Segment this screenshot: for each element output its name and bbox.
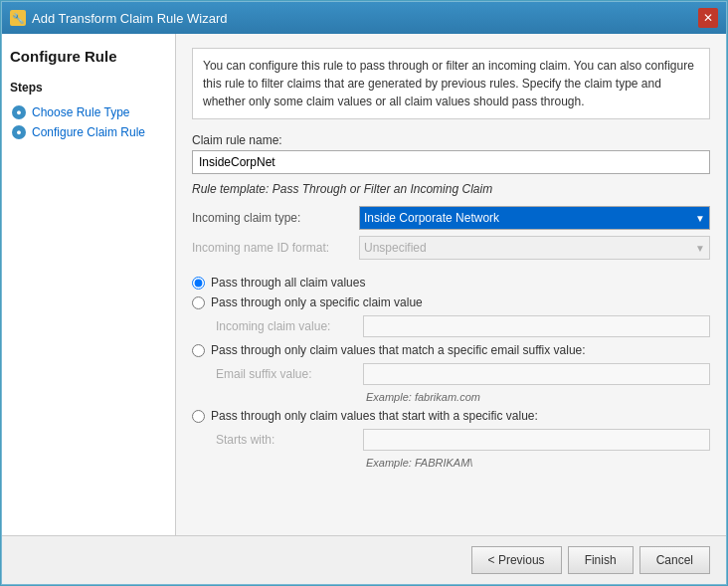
radio-group: Pass through all claim values Pass throu…	[192, 276, 710, 475]
incoming-claim-type-dropdown[interactable]: Inside Corporate Network ▼	[359, 206, 710, 230]
title-bar: 🔧 Add Transform Claim Rule Wizard ✕	[2, 2, 726, 34]
radio-item-pass-all: Pass through all claim values	[192, 276, 710, 290]
radio-pass-starts-with[interactable]	[192, 410, 205, 423]
radio-pass-specific-label: Pass through only a specific claim value	[211, 295, 423, 309]
cancel-button[interactable]: Cancel	[639, 546, 710, 574]
claim-rule-name-group: Claim rule name:	[192, 133, 710, 174]
incoming-name-id-format-value: Unspecified	[364, 241, 427, 255]
incoming-name-id-format-dropdown[interactable]: Unspecified ▼	[359, 236, 710, 260]
incoming-claim-value-label: Incoming claim value:	[216, 319, 355, 333]
finish-button[interactable]: Finish	[568, 546, 634, 574]
radio-item-pass-specific: Pass through only a specific claim value	[192, 295, 710, 309]
description-text: You can configure this rule to pass thro…	[203, 59, 694, 108]
step-dot-1: ●	[12, 105, 26, 119]
incoming-name-id-format-row: Incoming name ID format: Unspecified ▼	[192, 236, 710, 260]
sidebar-item-choose-rule-type[interactable]: ● Choose Rule Type	[10, 102, 167, 122]
radio-pass-specific[interactable]	[192, 296, 205, 309]
sidebar: Configure Rule Steps ● Choose Rule Type …	[2, 34, 176, 535]
incoming-claim-type-label: Incoming claim type:	[192, 211, 351, 225]
incoming-claim-value-field: Incoming claim value:	[216, 315, 710, 337]
main-panel: You can configure this rule to pass thro…	[176, 34, 726, 535]
step-dot-2: ●	[12, 125, 26, 139]
sidebar-item-configure-claim-rule[interactable]: ● Configure Claim Rule	[10, 122, 167, 142]
sidebar-item-label-1: Choose Rule Type	[32, 105, 130, 119]
main-window: 🔧 Add Transform Claim Rule Wizard ✕ Conf…	[1, 1, 727, 585]
content-area: Configure Rule Steps ● Choose Rule Type …	[2, 34, 726, 535]
email-suffix-input[interactable]	[363, 363, 710, 385]
sidebar-item-label-2: Configure Claim Rule	[32, 125, 145, 139]
radio-pass-email-suffix-label: Pass through only claim values that matc…	[211, 343, 586, 357]
radio-pass-email-suffix[interactable]	[192, 344, 205, 357]
description-box: You can configure this rule to pass thro…	[192, 48, 710, 119]
rule-template-text: Rule template: Pass Through or Filter an…	[192, 182, 710, 196]
footer: < Previous Finish Cancel	[2, 535, 726, 584]
email-suffix-label: Email suffix value:	[216, 367, 355, 381]
radio-pass-all[interactable]	[192, 277, 205, 290]
claim-rule-name-label: Claim rule name:	[192, 133, 710, 147]
radio-item-pass-starts-with: Pass through only claim values that star…	[192, 409, 710, 423]
radio-item-pass-email-suffix: Pass through only claim values that matc…	[192, 343, 710, 357]
incoming-claim-type-row: Incoming claim type: Inside Corporate Ne…	[192, 206, 710, 230]
starts-with-field: Starts with:	[216, 429, 710, 451]
starts-with-input[interactable]	[363, 429, 710, 451]
claim-rule-name-input[interactable]	[192, 150, 710, 174]
email-suffix-field: Email suffix value:	[216, 363, 710, 385]
incoming-claim-value-input[interactable]	[363, 315, 710, 337]
previous-button[interactable]: < Previous	[471, 546, 562, 574]
chevron-down-icon: ▼	[695, 213, 705, 224]
email-example-text: Example: fabrikam.com	[366, 391, 710, 403]
radio-pass-all-label: Pass through all claim values	[211, 276, 365, 290]
radio-pass-starts-with-label: Pass through only claim values that star…	[211, 409, 538, 423]
incoming-claim-type-value: Inside Corporate Network	[364, 211, 499, 225]
starts-with-label: Starts with:	[216, 433, 355, 447]
chevron-down-icon-2: ▼	[695, 243, 705, 254]
incoming-name-id-format-label: Incoming name ID format:	[192, 241, 351, 255]
starts-with-example-text: Example: FABRIKAM\	[366, 457, 710, 469]
window-title: Add Transform Claim Rule Wizard	[32, 11, 228, 26]
steps-label: Steps	[10, 81, 167, 95]
window-icon: 🔧	[10, 10, 26, 26]
close-button[interactable]: ✕	[698, 8, 718, 28]
page-title: Configure Rule	[10, 44, 167, 69]
title-bar-left: 🔧 Add Transform Claim Rule Wizard	[10, 10, 228, 26]
